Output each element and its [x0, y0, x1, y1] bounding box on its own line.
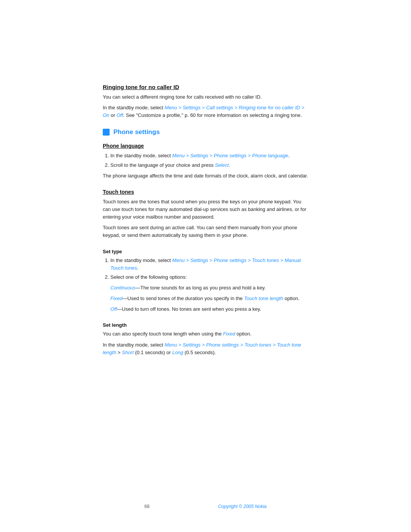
- off-desc: —Used to turn off tones. No tones are se…: [117, 306, 261, 312]
- page: Ringing tone for no caller ID You can se…: [0, 0, 411, 532]
- set-length-para2-link3[interactable]: Short: [122, 350, 134, 355]
- off-link[interactable]: Off: [110, 306, 117, 312]
- touch-tones-section: Touch tones Touch tones are the tones th…: [103, 189, 308, 240]
- phone-language-section: Phone language In the standby mode, sele…: [103, 143, 308, 179]
- set-type-options: Continuous—The tone sounds for as long a…: [110, 284, 308, 313]
- set-length-para2-mid: >: [116, 350, 122, 355]
- blue-bar-icon: [103, 129, 110, 136]
- set-length-heading: Set length: [103, 322, 308, 328]
- phone-language-item1-suffix: .: [288, 153, 290, 158]
- set-type-item2: Select one of the following options:: [110, 273, 308, 281]
- touch-tones-para1: Touch tones are the tones that sound whe…: [103, 198, 308, 221]
- phone-language-list: In the standby mode, select Menu > Setti…: [110, 152, 308, 169]
- phone-language-item1-link[interactable]: Menu > Settings > Phone settings > Phone…: [172, 153, 288, 158]
- phone-language-item2-prefix: Scroll to the language of your choice an…: [110, 162, 215, 168]
- set-length-para2-prefix: In the standby mode, select: [103, 342, 165, 348]
- fixed-link[interactable]: Fixed: [110, 296, 123, 301]
- phone-language-item1: In the standby mode, select Menu > Setti…: [110, 152, 308, 160]
- set-length-para2-mid2: (0.1 seconds) or: [134, 350, 172, 355]
- set-length-para2-link1[interactable]: Menu > Settings > Phone settings > Touch…: [165, 342, 276, 348]
- set-type-continuous: Continuous—The tone sounds for as long a…: [110, 284, 308, 292]
- fixed-desc-prefix: —Used to send tones of the duration you …: [123, 296, 244, 301]
- page-number: 68: [145, 504, 150, 509]
- copyright-text: Copyright © 2005 Nokia: [218, 504, 267, 509]
- set-length-para1: You can also specify touch tone length w…: [103, 330, 308, 338]
- ringing-tone-heading: Ringing tone for no caller ID: [103, 84, 308, 90]
- continuous-desc: —The tone sounds for as long as you pres…: [135, 285, 266, 291]
- set-length-para2: In the standby mode, select Menu > Setti…: [103, 341, 308, 356]
- footer: 68 Copyright © 2005 Nokia: [0, 504, 411, 509]
- set-type-item1-prefix: In the standby mode, select: [110, 257, 172, 263]
- set-type-off: Off—Used to turn off tones. No tones are…: [110, 305, 308, 313]
- ringing-tone-para1: You can select a different ringing tone …: [103, 93, 308, 101]
- continuous-link[interactable]: Continuous: [110, 285, 135, 291]
- ringing-tone-para2-mid: or: [109, 112, 116, 118]
- set-type-heading: Set type: [103, 249, 308, 254]
- set-type-item1: In the standby mode, select Menu > Setti…: [110, 257, 308, 272]
- phone-language-heading: Phone language: [103, 143, 308, 149]
- phone-language-para: The phone language affects the time and …: [103, 172, 308, 180]
- ringing-tone-para2: In the standby mode, select Menu > Setti…: [103, 104, 308, 119]
- ringing-tone-link2[interactable]: Off: [116, 112, 123, 118]
- fixed-desc-suffix: option.: [283, 296, 299, 301]
- phone-settings-heading: Phone settings: [113, 128, 160, 136]
- set-length-para1-suffix: option.: [235, 331, 252, 337]
- touch-tones-para2: Touch tones are sent during an active ca…: [103, 224, 308, 239]
- set-length-section: Set length You can also specify touch to…: [103, 322, 308, 356]
- phone-language-item1-prefix: In the standby mode, select: [110, 153, 172, 158]
- ringing-tone-para2-prefix: In the standby mode, select: [103, 105, 165, 110]
- set-length-para2-suffix: (0.5 seconds).: [183, 350, 216, 355]
- set-type-fixed: Fixed—Used to send tones of the duration…: [110, 295, 308, 302]
- set-type-list: In the standby mode, select Menu > Setti…: [110, 257, 308, 281]
- ringing-tone-para2-suffix: . See "Customize a profile," p. 60 for m…: [123, 112, 302, 118]
- set-length-para1-link[interactable]: Fixed: [223, 331, 235, 337]
- set-length-para2-link4[interactable]: Long: [172, 350, 183, 355]
- fixed-desc-link[interactable]: Touch tone length: [244, 296, 283, 301]
- ringing-tone-section: Ringing tone for no caller ID You can se…: [103, 84, 308, 119]
- phone-language-item2-link[interactable]: Select: [215, 162, 229, 168]
- set-type-item1-suffix: .: [137, 265, 139, 271]
- phone-language-item2: Scroll to the language of your choice an…: [110, 161, 308, 169]
- touch-tones-heading: Touch tones: [103, 189, 308, 195]
- set-type-section: Set type In the standby mode, select Men…: [103, 249, 308, 313]
- phone-language-item2-suffix: .: [229, 162, 230, 168]
- set-length-para1-prefix: You can also specify touch tone length w…: [103, 331, 223, 337]
- phone-settings-section-header: Phone settings: [103, 128, 308, 136]
